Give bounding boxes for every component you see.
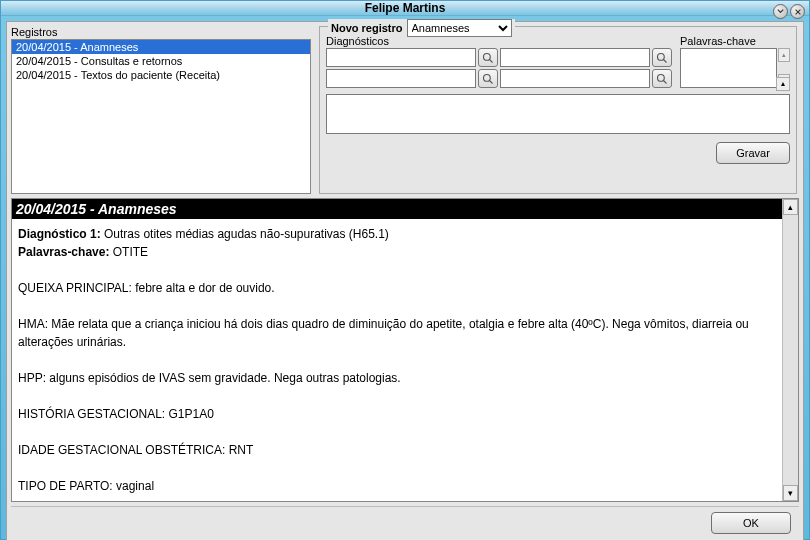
notes-row: ▴	[326, 91, 790, 136]
svg-point-4	[484, 74, 491, 81]
record-header: 20/04/2015 - Anamneses	[12, 199, 782, 219]
diag-input-2a[interactable]	[326, 69, 476, 88]
diag1-label: Diagnóstico 1:	[18, 227, 101, 241]
record-line: HISTÓRIA GESTACIONAL: G1P1A0	[18, 405, 776, 423]
registros-list[interactable]: 20/04/2015 - Anamneses 20/04/2015 - Cons…	[11, 39, 311, 194]
novo-registro-label: Novo registro	[331, 22, 403, 34]
svg-line-1	[490, 59, 493, 62]
novo-registro-panel: Novo registro Anamneses Diagnósticos	[319, 26, 797, 194]
app-window: Felipe Martins Registros 20/04/2015 - An…	[0, 0, 810, 540]
scroll-up-icon[interactable]: ▴	[778, 48, 790, 62]
search-icon[interactable]	[652, 69, 672, 88]
titlebar[interactable]: Felipe Martins	[1, 1, 809, 16]
diagnosticos-col: Diagnósticos	[326, 35, 672, 88]
record-line: TIPO DE PARTO: vaginal	[18, 477, 776, 495]
list-item[interactable]: 20/04/2015 - Consultas e retornos	[12, 54, 310, 68]
record-view: 20/04/2015 - Anamneses Diagnóstico 1: Ou…	[11, 198, 799, 502]
search-icon[interactable]	[478, 69, 498, 88]
record-line: QUEIXA PRINCIPAL: febre alta e dor de ou…	[18, 279, 776, 297]
list-item[interactable]: 20/04/2015 - Anamneses	[12, 40, 310, 54]
diag-row: Diagnósticos	[326, 35, 790, 88]
svg-point-2	[658, 53, 665, 60]
record-content[interactable]: 20/04/2015 - Anamneses Diagnóstico 1: Ou…	[12, 199, 782, 501]
diag1-value: Outras otites médias agudas não-supurati…	[104, 227, 389, 241]
diag-input-1a[interactable]	[326, 48, 476, 67]
close-icon[interactable]	[790, 4, 805, 19]
gravar-button[interactable]: Gravar	[716, 142, 790, 164]
diag-inputs	[326, 48, 672, 88]
palavras-col: Palavras-chave ▴ ▾	[680, 35, 790, 88]
svg-line-3	[664, 59, 667, 62]
diag-input-2b[interactable]	[500, 69, 650, 88]
record-scrollbar[interactable]: ▴ ▾	[782, 199, 798, 501]
novo-registro-legend: Novo registro Anamneses	[328, 19, 515, 37]
gravar-row: Gravar	[326, 142, 790, 164]
notes-textarea[interactable]	[326, 94, 790, 134]
record-type-select[interactable]: Anamneses	[407, 19, 512, 37]
record-line: HMA: Mãe relata que a criança iniciou há…	[18, 315, 776, 351]
bottom-bar: OK	[11, 506, 799, 538]
client-area: Registros 20/04/2015 - Anamneses 20/04/2…	[6, 21, 804, 540]
list-item[interactable]: 20/04/2015 - Textos do paciente (Receita…	[12, 68, 310, 82]
palavras-textarea[interactable]	[680, 48, 777, 88]
scroll-up-icon[interactable]: ▴	[776, 77, 790, 91]
scroll-down-icon[interactable]: ▾	[783, 485, 798, 501]
palavras-chave-value: OTITE	[113, 245, 148, 259]
search-icon[interactable]	[652, 48, 672, 67]
window-title: Felipe Martins	[365, 1, 446, 15]
search-icon[interactable]	[478, 48, 498, 67]
diag-input-1b[interactable]	[500, 48, 650, 67]
svg-line-7	[664, 80, 667, 83]
record-body: Diagnóstico 1: Outras otites médias agud…	[12, 219, 782, 501]
record-line: IDADE GESTACIONAL OBSTÉTRICA: RNT	[18, 441, 776, 459]
record-line: HPP: alguns episódios de IVAS sem gravid…	[18, 369, 776, 387]
svg-point-6	[658, 74, 665, 81]
svg-line-5	[490, 80, 493, 83]
palavras-chave-label: Palavras-chave:	[18, 245, 109, 259]
minimize-icon[interactable]	[773, 4, 788, 19]
svg-point-0	[484, 53, 491, 60]
registros-panel: Registros 20/04/2015 - Anamneses 20/04/2…	[11, 26, 311, 194]
palavras-label: Palavras-chave	[680, 35, 790, 47]
top-row: Registros 20/04/2015 - Anamneses 20/04/2…	[11, 26, 799, 194]
registros-label: Registros	[11, 26, 311, 38]
ok-button[interactable]: OK	[711, 512, 791, 534]
scroll-up-icon[interactable]: ▴	[783, 199, 798, 215]
titlebar-buttons	[773, 4, 805, 19]
